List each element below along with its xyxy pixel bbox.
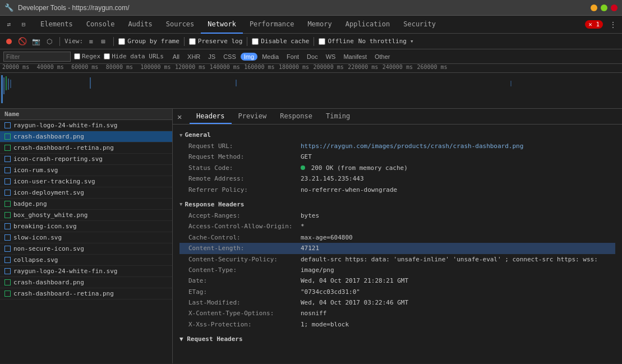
- tab-console[interactable]: Console: [80, 16, 122, 34]
- filter-btn-other[interactable]: Other: [371, 53, 394, 61]
- file-list: Name raygun-logo-24-white-fin.svgcrash-d…: [0, 109, 173, 363]
- file-item[interactable]: crash-dashboard--retina.png: [0, 288, 172, 300]
- filter-btn-ws[interactable]: WS: [322, 53, 339, 61]
- tab-timing[interactable]: Timing: [319, 109, 357, 124]
- preserve-log-checkbox[interactable]: [189, 38, 196, 45]
- timeline-tick-6: 140000 ms: [210, 64, 240, 73]
- request-url-key: Request URL:: [188, 142, 301, 150]
- response-header-val: bytes: [301, 211, 319, 220]
- separator-2: [113, 37, 114, 46]
- tab-sources[interactable]: Sources: [159, 16, 201, 34]
- disable-cache-label[interactable]: Disable cache: [252, 38, 309, 45]
- tab-network[interactable]: Network: [201, 16, 243, 34]
- file-name: icon-rum.svg: [13, 167, 58, 174]
- filter-btn-font[interactable]: Font: [283, 53, 302, 61]
- response-headers-triangle-icon: ▼: [179, 201, 182, 207]
- detail-close-button[interactable]: ✕: [177, 112, 182, 121]
- file-item[interactable]: crash-dashboard.png: [0, 277, 172, 288]
- name-column-header: Name: [4, 110, 20, 118]
- filter-btn-all[interactable]: All: [169, 53, 183, 61]
- filter-btn-xhr[interactable]: XHR: [184, 53, 204, 61]
- file-item[interactable]: crash-dashboard.png: [0, 131, 172, 142]
- clear-icon: 🚫: [18, 37, 27, 45]
- filter-btn-doc[interactable]: Doc: [303, 53, 321, 61]
- filter-button[interactable]: ⬡: [44, 36, 55, 47]
- tab-memory[interactable]: Memory: [301, 16, 338, 34]
- dock-icon[interactable]: ⊟: [17, 18, 30, 31]
- preserve-log-label[interactable]: Preserve log: [189, 38, 242, 45]
- tab-headers[interactable]: Headers: [190, 109, 232, 124]
- file-item[interactable]: raygun-logo-24-white-fin.svg: [0, 120, 172, 131]
- regex-checkbox[interactable]: [74, 53, 80, 59]
- filter-btn-css[interactable]: CSS: [220, 53, 239, 61]
- filter-btn-js[interactable]: JS: [205, 53, 219, 61]
- filter-input[interactable]: [3, 52, 71, 62]
- separator-3: [184, 37, 185, 46]
- file-name: icon-crash-reporting.svg: [13, 155, 103, 163]
- file-item[interactable]: icon-rum.svg: [0, 165, 172, 176]
- more-options-icon[interactable]: ⋮: [606, 18, 620, 31]
- file-item[interactable]: slow-icon.svg: [0, 232, 172, 243]
- list-view-button[interactable]: ≡: [85, 36, 96, 47]
- tab-application[interactable]: Application: [339, 16, 397, 34]
- minimize-button[interactable]: [591, 4, 597, 11]
- filter-btn-manifest[interactable]: Manifest: [340, 53, 370, 61]
- timeline-tick-0: 20000 ms: [2, 64, 29, 73]
- regex-label[interactable]: Regex: [74, 53, 100, 60]
- file-name: icon-user-tracking.svg: [13, 178, 95, 185]
- tab-elements[interactable]: Elements: [34, 16, 80, 34]
- response-header-val: 1; mode=block: [301, 320, 349, 329]
- group-by-frame-checkbox[interactable]: [118, 38, 125, 45]
- timeline-tick-2: 60000 ms: [71, 64, 98, 73]
- group-by-frame-label[interactable]: Group by frame: [118, 38, 179, 45]
- close-button[interactable]: [611, 4, 618, 11]
- disable-cache-checkbox[interactable]: [252, 38, 259, 45]
- hide-data-urls-checkbox[interactable]: [104, 53, 110, 59]
- offline-label[interactable]: Offline: [319, 38, 353, 45]
- remote-address-key: Remote Address:: [188, 174, 301, 183]
- file-item[interactable]: non-secure-icon.svg: [0, 243, 172, 255]
- tab-performance[interactable]: Performance: [243, 16, 301, 34]
- timeline-tick-7: 160000 ms: [244, 64, 274, 73]
- file-item[interactable]: box_ghosty_white.png: [0, 210, 172, 221]
- timeline-tick-12: 260000 ms: [417, 64, 447, 73]
- response-header-val: max-age=604800: [301, 233, 353, 242]
- camera-button[interactable]: 📷: [30, 36, 42, 47]
- window-controls: [591, 4, 618, 11]
- file-item[interactable]: icon-user-tracking.svg: [0, 176, 172, 187]
- tab-audits[interactable]: Audits: [121, 16, 159, 34]
- status-code-key: Status Code:: [188, 164, 301, 172]
- record-button[interactable]: [3, 36, 15, 47]
- tab-security[interactable]: Security: [397, 16, 443, 34]
- response-header-key: Access-Control-Allow-Origin:: [188, 222, 301, 231]
- clear-button[interactable]: 🚫: [17, 36, 28, 47]
- hide-data-urls-label[interactable]: Hide data URLs: [104, 53, 164, 60]
- file-item[interactable]: collapse.svg: [0, 255, 172, 266]
- response-header-row: Content-Type:image/png: [179, 265, 615, 275]
- file-name: icon-deployment.svg: [13, 189, 84, 196]
- file-item[interactable]: icon-crash-reporting.svg: [0, 154, 172, 165]
- timeline-tick-3: 80000 ms: [106, 64, 133, 73]
- response-header-val: image/png: [301, 266, 334, 274]
- camera-icon: 📷: [32, 38, 40, 45]
- timeline-tick-9: 200000 ms: [314, 64, 344, 73]
- view-label: View:: [64, 38, 83, 45]
- filter-btn-media[interactable]: Media: [259, 53, 282, 61]
- grid-view-button[interactable]: ⊞: [98, 36, 109, 47]
- filter-btn-img[interactable]: Img: [241, 53, 257, 61]
- maximize-button[interactable]: [601, 4, 607, 11]
- file-item[interactable]: raygun-logo-24-white-fin.svg: [0, 266, 172, 277]
- offline-checkbox[interactable]: [319, 38, 325, 45]
- tab-response[interactable]: Response: [273, 109, 319, 124]
- response-header-key: Last-Modified:: [188, 298, 301, 307]
- back-forward-icon[interactable]: ⇄: [2, 18, 16, 31]
- file-item[interactable]: badge.png: [0, 199, 172, 210]
- response-headers-section-header: ▼ Response Headers: [179, 197, 615, 210]
- filter-row: Regex Hide data URLs AllXHRJSCSSImgMedia…: [0, 49, 622, 64]
- file-item[interactable]: icon-deployment.svg: [0, 187, 172, 199]
- file-item[interactable]: crash-dashboard--retina.png: [0, 142, 172, 154]
- timeline-ruler: 20000 ms40000 ms60000 ms80000 ms100000 m…: [0, 64, 622, 73]
- file-item[interactable]: breaking-icon.svg: [0, 221, 172, 232]
- tab-preview[interactable]: Preview: [232, 109, 274, 124]
- throttle-arrow[interactable]: ▾: [410, 38, 414, 45]
